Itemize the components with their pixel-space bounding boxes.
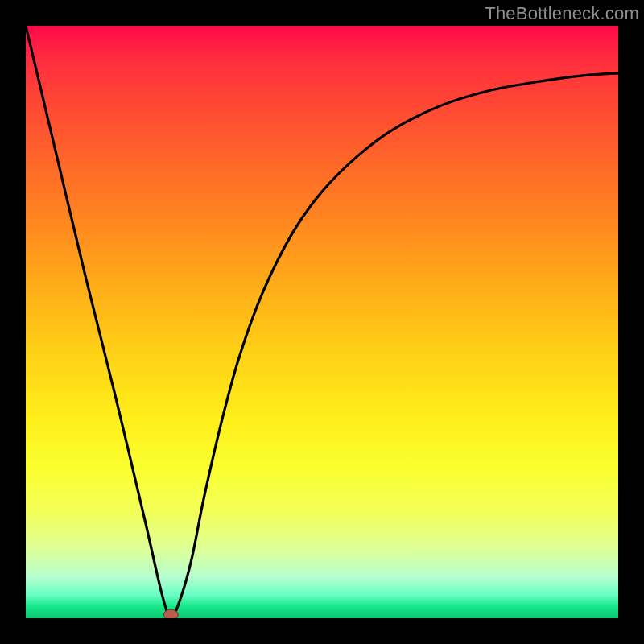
chart-frame: TheBottleneck.com	[0, 0, 644, 644]
plot-area	[26, 26, 618, 618]
curve-svg	[26, 26, 618, 618]
bottleneck-curve	[26, 26, 618, 617]
watermark-text: TheBottleneck.com	[485, 3, 639, 24]
minimum-marker	[163, 609, 178, 618]
